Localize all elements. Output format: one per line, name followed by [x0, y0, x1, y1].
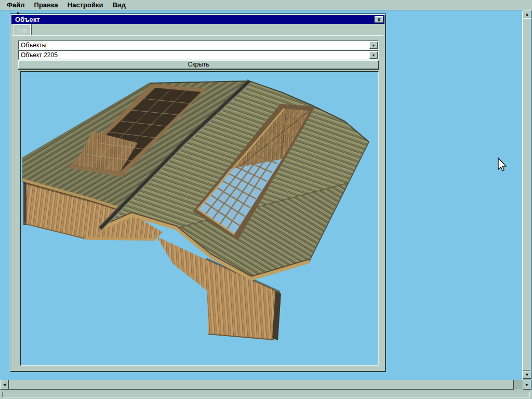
status-field [2, 392, 530, 397]
menu-bar: Файл Правка Настройки Вид [0, 0, 532, 10]
status-bar [0, 390, 532, 399]
dialog-title-bar[interactable]: Объект x [11, 15, 384, 24]
scroll-left-button[interactable]: ◄ [0, 380, 9, 390]
arrow-up-icon: ▲ [525, 12, 529, 17]
menu-item-settings[interactable]: Настройки [63, 0, 108, 10]
desktop: { "app": { "background_color": "#7dc6e8"… [0, 0, 532, 399]
tab-type[interactable]: Тип [14, 24, 31, 36]
building-model [21, 72, 378, 365]
object-name-value: Объект 2205 [19, 51, 378, 59]
object-type-combobox[interactable]: Объекты ▼ [18, 41, 379, 50]
vertical-scrollbar-thumb[interactable] [523, 18, 531, 370]
object-type-value: Объекты [19, 41, 378, 49]
dropdown-arrow-icon[interactable]: ▼ [369, 42, 378, 49]
vertical-scrollbar[interactable]: ▲ ▼ [523, 10, 531, 380]
dropdown-arrow-icon[interactable]: ▼ [369, 51, 378, 59]
close-icon: x [377, 16, 380, 22]
scroll-right-button[interactable]: ► [523, 380, 531, 390]
horizontal-scrollbar-thumb[interactable] [9, 380, 514, 390]
menu-item-edit[interactable]: Правка [30, 0, 63, 10]
object-dialog: Объект x Тип Объекты ▼ Объект 2205 ▼ Скр… [10, 14, 386, 372]
arrow-left-icon: ◄ [3, 382, 7, 387]
horizontal-scrollbar[interactable]: ◄ ► [0, 380, 531, 390]
mouse-cursor [497, 157, 509, 173]
3d-viewport[interactable] [20, 71, 379, 366]
menu-item-view[interactable]: Вид [108, 0, 130, 10]
arrow-down-icon: ▼ [525, 373, 529, 377]
scroll-up-button[interactable]: ▲ [523, 10, 531, 18]
hide-button[interactable]: Скрыть [18, 60, 379, 69]
close-button[interactable]: x [375, 16, 383, 23]
dialog-title: Объект [11, 16, 40, 24]
scroll-down-button[interactable]: ▼ [523, 371, 531, 379]
arrow-right-icon: ► [525, 382, 529, 387]
menu-item-file[interactable]: Файл [2, 0, 30, 10]
client-edge-highlight-left [7, 11, 7, 380]
object-name-combobox[interactable]: Объект 2205 ▼ [18, 50, 379, 60]
tab-strip-line [12, 35, 383, 36]
